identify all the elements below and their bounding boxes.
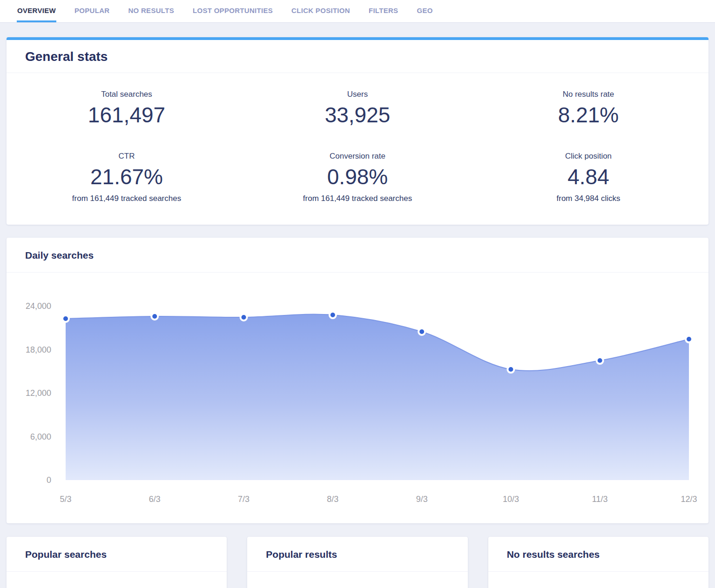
- stat-caption: from 161,449 tracked searches: [242, 194, 473, 203]
- daily-searches-chart-area: 06,00012,00018,00024,000 5/36/37/38/39/3…: [7, 273, 708, 523]
- stat-value: 21.67%: [11, 165, 242, 189]
- x-tick-label: 12/3: [681, 494, 697, 504]
- stat-ctr: CTR 21.67% from 161,449 tracked searches: [11, 152, 242, 203]
- x-tick-label: 5/3: [60, 494, 71, 504]
- y-tick-label: 18,000: [26, 345, 51, 354]
- x-axis-tick-labels: 5/36/37/38/39/310/311/312/3: [60, 494, 697, 504]
- data-point-dot[interactable]: [62, 315, 69, 322]
- stat-value: 8.21%: [473, 103, 704, 127]
- popular-searches-header: Popular searches: [7, 537, 227, 572]
- y-tick-label: 24,000: [26, 301, 51, 311]
- tab-filters[interactable]: FILTERS: [368, 0, 398, 22]
- x-tick-label: 9/3: [416, 494, 428, 504]
- no-results-searches-header: No results searches: [488, 537, 708, 572]
- x-tick-label: 10/3: [503, 494, 519, 504]
- general-stats-title: General stats: [25, 49, 690, 64]
- popular-results-header: Popular results: [247, 537, 467, 572]
- data-point-dot[interactable]: [151, 313, 158, 320]
- stat-caption: [11, 132, 242, 141]
- stat-caption: from 34,984 clicks: [473, 194, 704, 203]
- stat-label: Users: [242, 90, 473, 99]
- tab-overview[interactable]: OVERVIEW: [17, 0, 56, 22]
- stat-label: Conversion rate: [242, 152, 473, 161]
- daily-searches-card: Daily searches 06,00012,00018,00024,000 …: [7, 238, 708, 523]
- popular-results-card: Popular results: [247, 537, 467, 588]
- analytics-tab-bar: OVERVIEW POPULAR NO RESULTS LOST OPPORTU…: [0, 0, 715, 23]
- no-results-searches-title: No results searches: [507, 549, 690, 560]
- data-point-dot[interactable]: [418, 328, 425, 335]
- x-tick-label: 8/3: [327, 494, 338, 504]
- stat-value: 0.98%: [242, 165, 473, 189]
- tab-no-results[interactable]: NO RESULTS: [128, 0, 175, 22]
- tab-geo[interactable]: GEO: [416, 0, 433, 22]
- stat-total-searches: Total searches 161,497: [11, 90, 242, 141]
- y-tick-label: 0: [47, 475, 51, 485]
- stat-label: No results rate: [473, 90, 704, 99]
- no-results-searches-card: No results searches: [488, 537, 708, 588]
- general-stats-grid: Total searches 161,497 Users 33,925 No r…: [7, 73, 708, 225]
- y-tick-label: 6,000: [30, 432, 51, 441]
- area-fill: [66, 314, 689, 480]
- data-point-dot[interactable]: [330, 312, 336, 318]
- stat-label: Click position: [473, 152, 704, 161]
- popular-results-title: Popular results: [266, 549, 449, 560]
- stat-value: 4.84: [473, 165, 704, 189]
- x-tick-label: 7/3: [238, 494, 250, 504]
- tab-popular[interactable]: POPULAR: [74, 0, 110, 22]
- stat-conversion-rate: Conversion rate 0.98% from 161,449 track…: [242, 152, 473, 203]
- daily-searches-title: Daily searches: [25, 250, 690, 261]
- x-tick-label: 6/3: [149, 494, 161, 504]
- stat-value: 33,925: [242, 103, 473, 127]
- stat-click-position: Click position 4.84 from 34,984 clicks: [473, 152, 704, 203]
- stat-caption: [242, 132, 473, 141]
- data-point-dot[interactable]: [241, 314, 247, 321]
- stat-label: Total searches: [11, 90, 242, 99]
- x-tick-label: 11/3: [592, 494, 608, 504]
- data-point-dot[interactable]: [686, 336, 692, 342]
- y-axis-tick-labels: 06,00012,00018,00024,000: [26, 301, 51, 485]
- general-stats-header: General stats: [7, 40, 708, 73]
- bottom-cards-row: Popular searches Popular results No resu…: [7, 537, 708, 588]
- stat-users: Users 33,925: [242, 90, 473, 141]
- stat-no-results-rate: No results rate 8.21%: [473, 90, 704, 141]
- general-stats-card: General stats Total searches 161,497 Use…: [7, 37, 708, 225]
- daily-searches-header: Daily searches: [7, 238, 708, 273]
- popular-searches-title: Popular searches: [25, 549, 208, 560]
- popular-searches-card: Popular searches: [7, 537, 227, 588]
- daily-searches-chart: 06,00012,00018,00024,000 5/36/37/38/39/3…: [7, 273, 708, 521]
- stat-label: CTR: [11, 152, 242, 161]
- data-point-dot[interactable]: [507, 366, 514, 373]
- stat-caption: [473, 132, 704, 141]
- stat-caption: from 161,449 tracked searches: [11, 194, 242, 203]
- stat-value: 161,497: [11, 103, 242, 127]
- tab-lost-opportunities[interactable]: LOST OPPORTUNITIES: [192, 0, 273, 22]
- data-point-dot[interactable]: [597, 357, 603, 364]
- tab-click-position[interactable]: CLICK POSITION: [291, 0, 351, 22]
- y-tick-label: 12,000: [26, 388, 51, 398]
